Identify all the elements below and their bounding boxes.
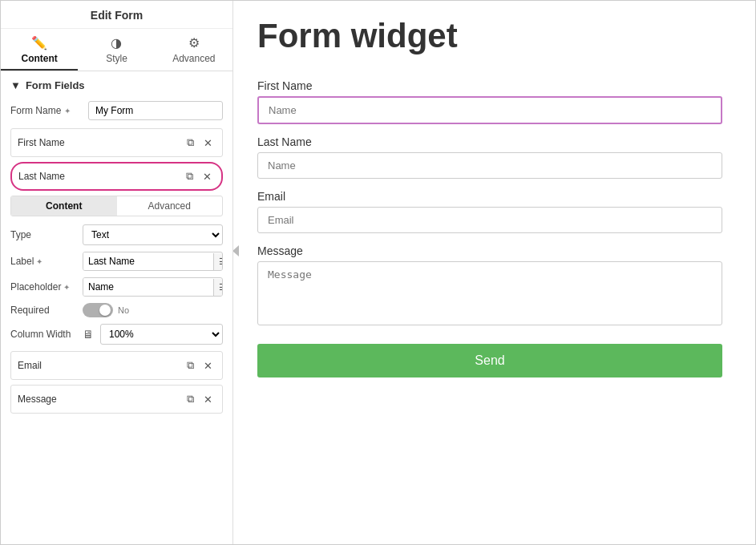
- preview-label-message: Message: [257, 244, 722, 257]
- content-icon: ✏️: [31, 35, 47, 50]
- tab-content-label: Content: [22, 53, 58, 64]
- prop-label-input[interactable]: [83, 252, 213, 270]
- prop-placeholder-input-wrapper: ☰: [83, 277, 223, 297]
- prop-type-select[interactable]: Text Email Textarea Number: [83, 224, 223, 245]
- field-email-duplicate[interactable]: ⧉: [184, 357, 197, 373]
- monitor-icon: 🖥: [83, 328, 94, 341]
- preview-field-first-name: First Name: [257, 79, 722, 124]
- field-last-name-actions: ⧉ ✕: [183, 168, 215, 184]
- field-last-name-delete[interactable]: ✕: [200, 169, 215, 184]
- submit-button[interactable]: Send: [257, 344, 722, 377]
- field-last-name-label: Last Name: [18, 171, 183, 182]
- form-preview: First Name Last Name Email Message: [257, 79, 722, 377]
- tab-style-label: Style: [106, 53, 127, 64]
- toggle-knob: [99, 305, 111, 316]
- preview-input-first-name[interactable]: [257, 96, 722, 124]
- field-email-label: Email: [18, 360, 184, 371]
- panel-title: Edit Form: [1, 1, 232, 29]
- main-tabs: ✏️ Content ◑ Style ⚙ Advanced: [1, 29, 232, 71]
- prop-required-label: Required: [10, 305, 83, 316]
- panel-content: ▼ Form Fields Form Name ✦ First Name ⧉: [1, 71, 232, 544]
- sub-tab-advanced[interactable]: Advanced: [117, 196, 223, 216]
- prop-label-row: Label ✦ ☰: [10, 252, 223, 271]
- field-message-label: Message: [18, 394, 184, 405]
- field-message-actions: ⧉ ✕: [184, 391, 216, 407]
- prop-type-value: Text Email Textarea Number: [83, 224, 223, 245]
- tab-advanced[interactable]: ⚙ Advanced: [156, 29, 232, 71]
- preview-textarea-message[interactable]: [257, 261, 722, 325]
- prop-column-width-select[interactable]: 100% 75% 66% 50% 33% 25%: [100, 324, 223, 345]
- prop-placeholder-icon-btn[interactable]: ☰: [213, 279, 223, 296]
- prop-placeholder-row: Placeholder ✦ ☰: [10, 277, 223, 297]
- field-message-delete[interactable]: ✕: [200, 392, 216, 407]
- sub-tabs: Content Advanced: [10, 196, 223, 216]
- preview-label-email: Email: [257, 190, 722, 203]
- advanced-icon: ⚙: [188, 35, 200, 50]
- preview-label-first-name: First Name: [257, 79, 722, 92]
- prop-placeholder-label: Placeholder ✦: [10, 281, 83, 293]
- widget-title: Form widget: [257, 17, 731, 55]
- field-first-name-label: First Name: [18, 137, 184, 148]
- preview-field-email: Email: [257, 190, 722, 233]
- prop-required-toggle[interactable]: No: [83, 303, 129, 317]
- field-last-name-duplicate[interactable]: ⧉: [183, 168, 196, 184]
- field-first-name: First Name ⧉ ✕: [10, 128, 223, 157]
- prop-column-width-value: 🖥 100% 75% 66% 50% 33% 25%: [83, 324, 223, 345]
- left-arrow-indicator: [233, 245, 239, 256]
- sub-tab-content[interactable]: Content: [11, 196, 117, 216]
- toggle-label: No: [118, 305, 129, 315]
- preview-input-email[interactable]: [257, 207, 722, 233]
- prop-label-label: Label ✦: [10, 256, 83, 267]
- field-message-duplicate[interactable]: ⧉: [184, 391, 197, 407]
- tab-content[interactable]: ✏️ Content: [1, 29, 78, 71]
- field-email-delete[interactable]: ✕: [200, 358, 216, 373]
- tab-style[interactable]: ◑ Style: [78, 29, 155, 71]
- field-first-name-actions: ⧉ ✕: [184, 135, 216, 151]
- field-first-name-duplicate[interactable]: ⧉: [184, 135, 197, 151]
- placeholder-dynamic-icon: ✦: [63, 283, 70, 292]
- form-name-input[interactable]: [88, 101, 223, 120]
- style-icon: ◑: [111, 35, 122, 50]
- prop-required-row: Required No: [10, 303, 223, 317]
- left-panel: Edit Form ✏️ Content ◑ Style ⚙ Advanced: [1, 1, 233, 544]
- right-panel: Form widget First Name Last Name Email: [233, 1, 755, 544]
- prop-type-label: Type: [10, 229, 83, 240]
- field-first-name-delete[interactable]: ✕: [200, 135, 216, 151]
- label-dynamic-icon: ✦: [36, 257, 42, 266]
- section-arrow: ▼: [10, 79, 21, 91]
- tab-advanced-label: Advanced: [172, 53, 215, 64]
- prop-label-input-wrapper: ☰: [83, 252, 223, 271]
- section-title: Form Fields: [26, 79, 85, 91]
- field-email-actions: ⧉ ✕: [184, 357, 216, 373]
- prop-placeholder-input[interactable]: [83, 278, 213, 296]
- prop-label-icon-btn[interactable]: ☰: [213, 253, 223, 270]
- section-header: ▼ Form Fields: [10, 79, 223, 91]
- preview-field-message: Message: [257, 244, 722, 328]
- field-email: Email ⧉ ✕: [10, 351, 223, 380]
- field-last-name: Last Name ⧉ ✕: [10, 162, 223, 191]
- form-name-label: Form Name ✦: [10, 105, 88, 116]
- prop-column-width-row: Column Width 🖥 100% 75% 66% 50% 33% 25%: [10, 324, 223, 345]
- preview-label-last-name: Last Name: [257, 135, 722, 148]
- toggle-track[interactable]: [83, 303, 113, 317]
- field-message: Message ⧉ ✕: [10, 385, 223, 414]
- prop-type-row: Type Text Email Textarea Number: [10, 224, 223, 245]
- form-name-row: Form Name ✦: [10, 101, 223, 120]
- dynamic-icon: ✦: [64, 107, 71, 115]
- preview-input-last-name[interactable]: [257, 152, 722, 179]
- prop-column-width-label: Column Width: [10, 329, 83, 340]
- preview-field-last-name: Last Name: [257, 135, 722, 179]
